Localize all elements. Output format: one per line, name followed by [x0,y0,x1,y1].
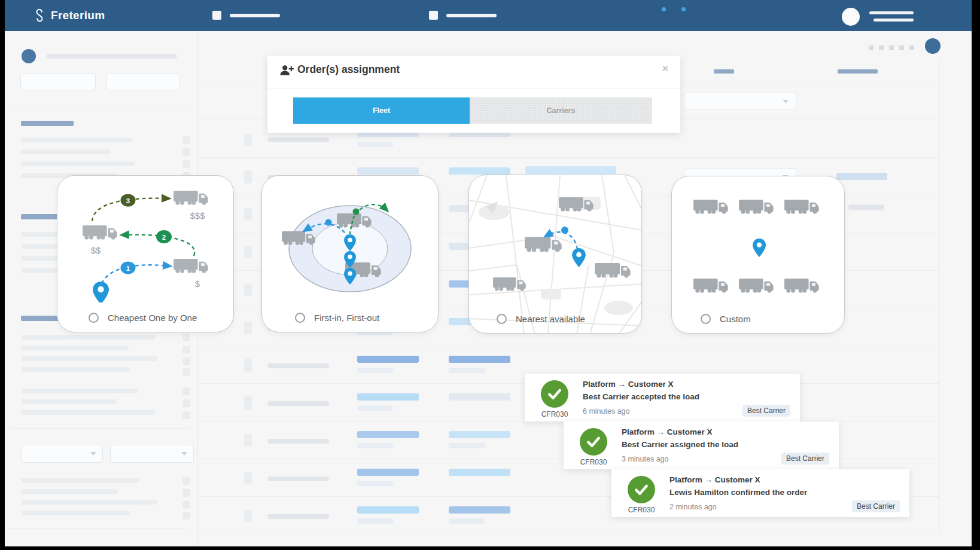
skeleton-bar [21,138,132,142]
skeleton-bar [357,518,393,524]
row-checkbox-placeholder [244,359,252,372]
divider [267,88,680,89]
skeleton-bar [21,389,138,393]
row-action-placeholder [182,368,190,376]
strategy-label: First-in, First-out [314,313,379,323]
truck-icon [595,263,631,278]
location-pin-icon [93,282,109,302]
success-check-icon [541,380,568,408]
truck-icon [784,200,819,214]
row-checkbox-placeholder [244,321,252,334]
user-plus-icon [279,65,294,76]
skeleton-bar [357,356,419,363]
close-icon[interactable]: × [662,63,668,75]
toolbar-dot [899,45,904,50]
row-checkbox-placeholder [244,509,252,522]
skeleton-bar [449,469,510,476]
skeleton-bar [449,518,485,524]
notification-dot [662,7,666,11]
menu-icon[interactable] [874,19,914,22]
section-title-placeholder [21,316,60,321]
section-title-placeholder [21,121,74,126]
truck-icon [784,279,819,293]
panel-dropdown[interactable] [684,93,796,109]
skeleton-bar [267,401,329,406]
skeleton-bar [357,142,393,147]
skeleton-bar [267,476,329,481]
map-blocks [479,197,633,315]
skeleton-bar [357,506,419,514]
truck-icon [739,200,774,214]
skeleton-bar [449,443,485,448]
row-action-placeholder [182,387,190,395]
strategy-label: Cheapest One by One [108,313,197,323]
carrier-badge: Best Carrier [742,405,790,417]
strategy-card-cheapest[interactable]: $$$ $$ $ 3 2 1 Cheapest One by One [57,175,234,332]
radio-nearest[interactable] [497,314,507,324]
tab-fleet[interactable]: Fleet [293,97,470,124]
skeleton-bar [21,410,156,415]
panel-avatar[interactable] [925,38,941,54]
truck-icon [83,225,117,240]
radio-custom[interactable] [701,314,711,324]
sidebar-filter-button[interactable] [106,73,180,90]
skeleton-bar [21,335,156,340]
row-action-placeholder [182,136,190,144]
skeleton-bar [21,356,157,361]
skeleton-bar [449,431,510,438]
skeleton-bar [357,368,393,373]
skeleton-bar [21,489,118,494]
skeleton-bar [357,405,393,411]
row-action-placeholder [182,501,190,509]
custom-illustration [677,187,841,307]
menu-icon[interactable] [869,11,914,14]
radio-cheapest[interactable] [89,313,99,323]
nav-item-icon[interactable] [429,11,438,20]
skeleton-bar [21,478,139,483]
modal-title: Order(s) assignment [297,63,400,76]
tab-carriers[interactable]: Carriers [470,97,652,124]
strategy-card-nearest[interactable]: Nearest available [468,175,642,334]
nav-item-icon[interactable] [212,11,221,20]
sidebar-dropdown[interactable] [22,445,103,463]
skeleton-bar [357,481,393,486]
sidebar-filter-button[interactable] [20,73,96,90]
row-action-placeholder [182,148,190,156]
column-header-placeholder [714,69,734,74]
skeleton-bar [21,367,130,372]
skeleton-bar [357,393,419,401]
brand-logo[interactable]: Freterium [34,0,105,31]
row-action-placeholder [182,160,190,168]
notification-toast[interactable]: CFR030 Platform → Customer X Lewis Hamil… [611,469,909,517]
nav-item-label-placeholder[interactable] [230,14,280,17]
cheapest-illustration: $$$ $$ $ 3 2 1 [61,183,230,302]
skeleton-bar [21,161,135,166]
avatar[interactable] [842,8,860,26]
notification-toast[interactable]: CFR030 Platform → Customer X Best Carrie… [525,374,800,421]
row-checkbox-placeholder [244,434,252,447]
app-root: Freterium [0,0,980,550]
nav-item-label-placeholder[interactable] [446,14,497,17]
toast-timestamp: 3 minutes ago [622,455,669,463]
brand-logo-icon [34,8,45,23]
row-checkbox-placeholder [244,396,252,410]
skeleton-bar [357,431,419,438]
row-action-placeholder [182,334,190,341]
row-checkbox-placeholder [244,170,252,184]
skeleton-bar [267,514,329,519]
shipment-reference: CFR030 [574,458,613,466]
notification-toast[interactable]: CFR030 Platform → Customer X Best Carrie… [564,421,839,469]
row-action-placeholder [182,346,190,353]
truck-icon [525,237,562,252]
strategy-card-custom[interactable]: Custom [671,176,845,334]
order-assignment-modal: Order(s) assignment × Fleet Carriers [267,56,680,133]
divider [8,528,189,529]
strategy-card-fifo[interactable]: First-in, First-out [261,175,439,332]
row-action-placeholder [182,358,190,365]
sidebar-dropdown[interactable] [110,445,194,463]
sidebar-avatar [22,49,36,63]
step-1: 1 [126,265,130,272]
truck-icon [174,191,208,205]
radio-fifo[interactable] [295,313,305,323]
row-divider [198,157,939,158]
